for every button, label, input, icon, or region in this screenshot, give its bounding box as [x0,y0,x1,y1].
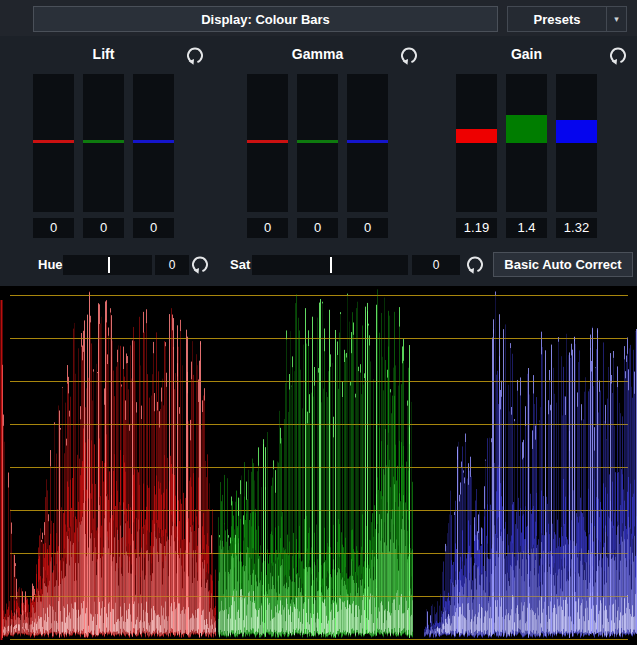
lift-blue-handle[interactable] [133,140,174,143]
presets-dropdown-button[interactable]: ▾ [606,7,626,31]
gain-red-handle[interactable] [456,129,497,143]
gamma-blue-slider[interactable] [347,74,388,212]
chevron-down-icon: ▾ [614,14,619,24]
display-mode-button[interactable]: Display: Colour Bars [33,6,498,32]
gamma-red-slider[interactable] [247,74,288,212]
rgb-parade-waveform-scope [0,286,637,645]
toolbar: Display: Colour Bars Presets ▾ [0,0,637,36]
gamma-reset-icon[interactable] [399,45,419,65]
lift-green-handle[interactable] [83,140,124,143]
lift-red-slider[interactable] [33,74,74,212]
gamma-label: Gamma [247,36,388,62]
sat-reset-icon[interactable] [465,254,485,274]
sat-slider[interactable] [252,255,408,275]
gain-red-slider[interactable] [456,74,497,212]
sat-label: Sat [230,255,250,275]
lift-red-handle[interactable] [33,140,74,143]
gain-green-value[interactable]: 1.4 [506,218,547,238]
gamma-red-value[interactable]: 0 [247,218,288,238]
lift-reset-icon[interactable] [185,45,205,65]
colour-correction-panel: Lift 0 0 0 Gamma 0 [0,36,637,286]
lift-blue-slider[interactable] [133,74,174,212]
gain-blue-slider[interactable] [556,74,597,212]
gain-reset-icon[interactable] [608,45,628,65]
hue-slider-handle[interactable] [108,257,110,273]
gamma-group: Gamma 0 0 0 [247,36,388,238]
hue-value[interactable]: 0 [155,255,189,275]
presets-button[interactable]: Presets [508,7,606,31]
gain-green-slider[interactable] [506,74,547,212]
sat-value[interactable]: 0 [412,255,460,275]
lift-green-slider[interactable] [83,74,124,212]
lift-red-value[interactable]: 0 [33,218,74,238]
gain-group: Gain 1.19 1.4 1.32 [456,36,597,238]
gamma-red-handle[interactable] [247,140,288,143]
gain-green-handle[interactable] [506,115,547,143]
gain-blue-value[interactable]: 1.32 [556,218,597,238]
lift-group: Lift 0 0 0 [33,36,174,238]
gain-label: Gain [456,36,597,62]
lift-green-value[interactable]: 0 [83,218,124,238]
hue-slider[interactable] [63,255,152,275]
lift-label: Lift [33,36,174,62]
lift-blue-value[interactable]: 0 [133,218,174,238]
gamma-green-handle[interactable] [297,140,338,143]
gamma-green-value[interactable]: 0 [297,218,338,238]
gamma-blue-handle[interactable] [347,140,388,143]
gamma-green-slider[interactable] [297,74,338,212]
gain-blue-handle[interactable] [556,120,597,143]
hue-reset-icon[interactable] [190,254,210,274]
gain-red-value[interactable]: 1.19 [456,218,497,238]
presets-split-button: Presets ▾ [507,6,627,32]
basic-auto-correct-button[interactable]: Basic Auto Correct [493,252,633,277]
sat-slider-handle[interactable] [330,257,332,273]
hue-label: Hue [38,255,63,275]
gamma-blue-value[interactable]: 0 [347,218,388,238]
